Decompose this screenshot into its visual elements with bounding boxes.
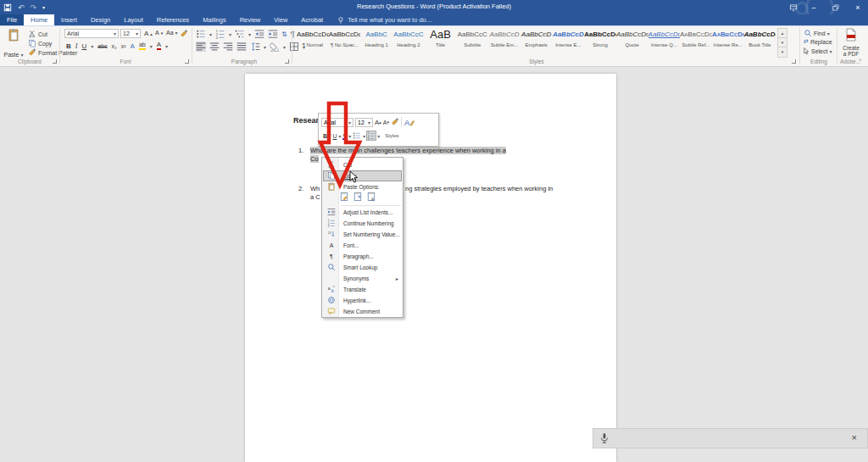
style-emphasis[interactable]: AaBbCcDEmphasis	[520, 28, 553, 58]
style-strong[interactable]: AaBbCcDcStrong	[584, 28, 616, 58]
list-item-2-line-2[interactable]: a C	[310, 193, 320, 201]
menu-item-hyperlink[interactable]: Hyperlink...	[323, 295, 402, 306]
styles-dialog-launcher[interactable]	[792, 59, 796, 64]
tab-review[interactable]: Review	[233, 14, 268, 25]
replace-button[interactable]: ⇄Replace	[804, 38, 832, 45]
styles-scroll-up-button[interactable]: ▴	[778, 29, 787, 38]
multilevel-list-icon[interactable]	[235, 29, 245, 39]
style-book-title[interactable]: AaBbCcDcBook Title	[744, 28, 776, 58]
font-color-button[interactable]: A	[157, 42, 161, 50]
tab-file[interactable]: File	[0, 14, 24, 25]
mini-shrink-font-button[interactable]: A▾	[383, 120, 389, 125]
font-dialog-launcher[interactable]	[185, 59, 189, 64]
paste-keep-formatting-icon[interactable]	[339, 192, 349, 202]
strikethrough-button[interactable]: abc	[97, 43, 107, 49]
align-center-icon[interactable]	[209, 42, 220, 52]
style-intense-emphasis[interactable]: AaBbCcDIntense E...	[553, 28, 585, 58]
style-subtitle[interactable]: AaBbCcCSubtitle	[456, 28, 488, 58]
tab-mailings[interactable]: Mailings	[196, 14, 233, 25]
paste-button[interactable]: Paste▾	[2, 28, 25, 60]
create-pdf-button[interactable]: Createa PDF	[839, 28, 863, 57]
tab-design[interactable]: Design	[84, 14, 117, 25]
mini-numbering-icon[interactable]	[367, 131, 376, 140]
select-button[interactable]: Select▾	[804, 47, 832, 55]
menu-item-font[interactable]: A Font...	[323, 240, 402, 251]
redo-button[interactable]: ↷	[31, 3, 37, 12]
font-size-combobox[interactable]: 12▾	[120, 29, 141, 38]
style-intense-quote[interactable]: AaBbCcDcIntense Q...	[648, 28, 681, 58]
style-normal[interactable]: AaBbCcDc¶ Normal	[297, 28, 329, 58]
style-intense-reference[interactable]: AaBbCcDcIntense Re...	[712, 28, 744, 58]
paste-keep-text-only-icon[interactable]	[366, 192, 376, 202]
qat-customize-button[interactable]: ▾	[42, 4, 45, 10]
font-name-combobox[interactable]: Arial▾	[64, 29, 119, 38]
style-quote[interactable]: AaBbCcDcQuote	[616, 28, 648, 58]
undo-button[interactable]: ↶	[18, 3, 25, 12]
microphone-icon[interactable]	[598, 432, 610, 444]
tab-insert[interactable]: Insert	[54, 14, 84, 25]
justify-icon[interactable]	[236, 42, 247, 52]
close-button[interactable]: ×	[848, 0, 868, 14]
menu-item-smart-lookup[interactable]: Smart Lookup	[323, 262, 402, 273]
superscript-button[interactable]: x²	[121, 43, 126, 49]
grow-font-button[interactable]: A▴	[144, 30, 153, 37]
tab-view[interactable]: View	[267, 14, 294, 25]
tell-me-box[interactable]: Tell me what you want to do...	[330, 14, 438, 25]
minimize-button[interactable]: –	[804, 0, 824, 14]
tab-layout[interactable]: Layout	[117, 14, 150, 25]
paste-merge-formatting-icon[interactable]	[353, 192, 363, 202]
decrease-indent-icon[interactable]	[254, 29, 264, 39]
collapse-ribbon-button[interactable]: ^	[859, 58, 861, 64]
copy-button[interactable]: Copy	[28, 39, 52, 47]
menu-item-paragraph[interactable]: ¶ Paragraph...	[323, 251, 402, 262]
italic-button[interactable]: I	[75, 42, 78, 50]
bold-button[interactable]: B	[66, 42, 71, 50]
menu-item-translate[interactable]: Translate	[323, 284, 402, 295]
clear-formatting-button[interactable]	[180, 30, 188, 38]
restore-button[interactable]	[826, 0, 846, 14]
style-title[interactable]: AaBTitle	[425, 28, 457, 58]
style-heading-1[interactable]: AaBbCHeading 1	[360, 28, 392, 58]
shrink-font-button[interactable]: A▾	[155, 30, 163, 36]
mini-grow-font-button[interactable]: A▴	[375, 119, 381, 126]
numbering-icon[interactable]	[215, 29, 225, 39]
highlight-color-button[interactable]: ab	[139, 42, 146, 50]
tab-references[interactable]: References	[150, 14, 196, 25]
align-left-icon[interactable]	[196, 42, 206, 52]
tab-acrobat[interactable]: Acrobat	[294, 14, 330, 25]
ribbon-display-options-button[interactable]	[783, 0, 804, 14]
voice-bar-close-icon[interactable]: ×	[852, 432, 857, 443]
shading-icon[interactable]	[270, 42, 280, 52]
style-subtle-emphasis[interactable]: AaBbCcDSubtle Em...	[488, 28, 520, 58]
font-color-caret[interactable]: ▾	[165, 43, 168, 49]
list-item-2-fragment-right[interactable]: ng strategies employed by teachers when …	[405, 185, 553, 192]
voice-typing-bar[interactable]: ×	[593, 428, 868, 448]
text-effects-button[interactable]: A	[131, 42, 135, 50]
line-spacing-icon[interactable]	[250, 42, 260, 52]
clipboard-dialog-launcher[interactable]	[53, 59, 57, 64]
mini-styles-label[interactable]: Styles	[385, 133, 398, 138]
bullets-icon[interactable]	[196, 29, 206, 39]
highlight-caret[interactable]: ▾	[150, 43, 153, 49]
style-heading-2[interactable]: AaBbCcCHeading 2	[392, 28, 425, 58]
cut-button[interactable]: Cut	[28, 30, 47, 38]
menu-item-adjust-list-indents[interactable]: Adjust List Indents...	[323, 207, 402, 218]
paragraph-dialog-launcher[interactable]	[285, 59, 289, 64]
sort-icon[interactable]: ⇅	[281, 31, 287, 38]
menu-item-synonyms[interactable]: Synonyms ▸	[323, 273, 402, 284]
menu-item-set-numbering-value[interactable]: Set Numbering Value...	[323, 229, 402, 240]
menu-item-new-comment[interactable]: New Comment	[323, 306, 402, 317]
find-button[interactable]: Find▾	[804, 29, 830, 37]
underline-caret[interactable]: ▾	[91, 43, 93, 49]
change-case-button[interactable]: Aa▾	[166, 30, 178, 36]
save-icon[interactable]	[3, 3, 12, 12]
style-subtle-reference[interactable]: AaBbCcDcSubtle Ref...	[680, 28, 712, 58]
style-no-spacing[interactable]: AaBbCcDc¶ No Spac...	[329, 28, 361, 58]
mini-styles-icon[interactable]	[403, 116, 415, 128]
styles-scroll-down-button[interactable]: ▾	[778, 38, 787, 47]
mini-format-painter-icon[interactable]	[391, 118, 399, 126]
subscript-button[interactable]: x₂	[112, 43, 117, 49]
tab-home[interactable]: Home	[24, 14, 54, 25]
underline-button[interactable]: U	[81, 42, 86, 50]
menu-item-continue-numbering[interactable]: Continue Numbering	[323, 218, 402, 229]
